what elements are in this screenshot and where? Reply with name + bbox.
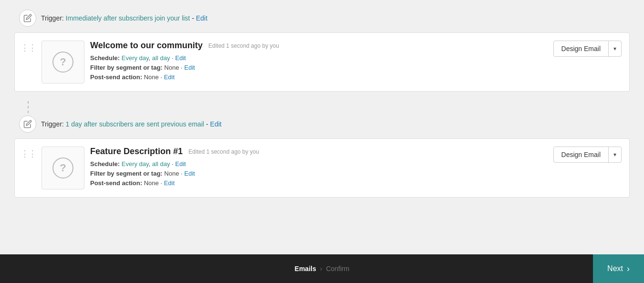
postsend-label-2: Post-send action: (90, 179, 142, 187)
breadcrumb-emails: Emails (295, 265, 316, 273)
postsend-value-2: None (144, 179, 159, 187)
email-title-2: Feature Description #1 (90, 147, 183, 157)
email-schedule-1: Schedule: Every day, all day · Edit (90, 54, 548, 62)
next-chevron-icon: › (627, 264, 630, 274)
email-postsend-2: Post-send action: None · Edit (90, 179, 548, 187)
trigger-row-2: Trigger: 1 day after subscribers are sen… (19, 115, 630, 133)
postsend-value-1: None (144, 73, 159, 81)
email-edited-1: Edited 1 second ago by you (208, 42, 279, 49)
postsend-label-1: Post-send action: (90, 73, 142, 81)
design-email-button-1[interactable]: Design Email ▾ (553, 41, 622, 57)
schedule-edit-2[interactable]: Edit (175, 160, 186, 168)
bottom-bar: Emails › Confirm Next › (0, 254, 644, 283)
email-thumbnail-1: ? (42, 41, 84, 84)
next-button[interactable]: Next › (593, 254, 644, 283)
trigger-highlight-2: 1 day after subscribers are sent previou… (66, 120, 204, 128)
filter-edit-2[interactable]: Edit (184, 170, 195, 177)
design-email-caret-2[interactable]: ▾ (609, 147, 621, 162)
postsend-edit-1[interactable]: Edit (164, 73, 175, 81)
main-content: Trigger: Immediately after subscribers j… (0, 0, 644, 254)
filter-value-1: None (164, 64, 179, 71)
trigger-text-2: Trigger: 1 day after subscribers are sen… (41, 120, 221, 128)
drag-handle-2[interactable]: ⋮⋮ (21, 147, 36, 159)
postsend-edit-2[interactable]: Edit (164, 179, 175, 187)
trigger-prefix-1: Trigger: (41, 14, 64, 22)
breadcrumb-separator-icon: › (320, 265, 322, 273)
email-body-1: Welcome to our community Edited 1 second… (90, 41, 548, 83)
email-filter-1: Filter by segment or tag: None · Edit (90, 64, 548, 71)
schedule-label-2: Schedule: (90, 160, 120, 168)
thumbnail-placeholder-1: ? (52, 52, 73, 73)
filter-label-2: Filter by segment or tag: (90, 170, 163, 177)
email-actions-1: Design Email ▾ (553, 41, 622, 57)
email-card-1: ⋮⋮ ? Welcome to our community Edited 1 s… (14, 32, 630, 92)
filter-label-1: Filter by segment or tag: (90, 64, 163, 71)
design-email-label-1: Design Email (554, 41, 609, 56)
trigger-text-1: Trigger: Immediately after subscribers j… (41, 14, 208, 22)
trigger-edit-link-1[interactable]: Edit (196, 14, 208, 22)
trigger-separator-1: - (192, 14, 196, 22)
schedule-edit-1[interactable]: Edit (175, 54, 186, 62)
trigger-icon-2 (19, 115, 36, 133)
connector-line (28, 101, 29, 115)
email-thumbnail-2: ? (42, 147, 84, 189)
trigger-highlight-1: Immediately after subscribers join your … (66, 14, 190, 22)
next-label: Next (607, 264, 623, 273)
thumbnail-placeholder-2: ? (52, 157, 73, 178)
email-body-2: Feature Description #1 Edited 1 second a… (90, 147, 548, 189)
breadcrumb-nav: Emails › Confirm (295, 265, 350, 273)
email-filter-2: Filter by segment or tag: None · Edit (90, 170, 548, 177)
design-email-caret-1[interactable]: ▾ (609, 42, 621, 56)
email-edited-2: Edited 1 second ago by you (188, 148, 259, 155)
schedule-teal2-1: all day (152, 54, 170, 62)
email-title-row-2: Feature Description #1 Edited 1 second a… (90, 147, 548, 157)
filter-edit-1[interactable]: Edit (184, 64, 195, 71)
design-email-label-2: Design Email (554, 147, 609, 162)
breadcrumb-confirm: Confirm (326, 265, 349, 273)
email-title-1: Welcome to our community (90, 41, 203, 51)
email-title-row-1: Welcome to our community Edited 1 second… (90, 41, 548, 51)
trigger-row-1: Trigger: Immediately after subscribers j… (19, 10, 630, 27)
trigger-prefix-2: Trigger: (41, 120, 64, 128)
drag-handle-1[interactable]: ⋮⋮ (21, 41, 36, 53)
schedule-teal1-2: Every day (122, 160, 149, 168)
email-card-2: ⋮⋮ ? Feature Description #1 Edited 1 sec… (14, 138, 630, 198)
schedule-teal2-2: all day (152, 160, 170, 168)
schedule-label-1: Schedule: (90, 54, 120, 62)
trigger-icon-1 (19, 10, 36, 27)
email-postsend-1: Post-send action: None · Edit (90, 73, 548, 81)
email-schedule-2: Schedule: Every day, all day · Edit (90, 160, 548, 168)
filter-value-2: None (164, 170, 179, 177)
schedule-teal1-1: Every day (122, 54, 149, 62)
trigger-edit-link-2[interactable]: Edit (210, 120, 221, 128)
design-email-button-2[interactable]: Design Email ▾ (553, 147, 622, 163)
email-actions-2: Design Email ▾ (553, 147, 622, 163)
